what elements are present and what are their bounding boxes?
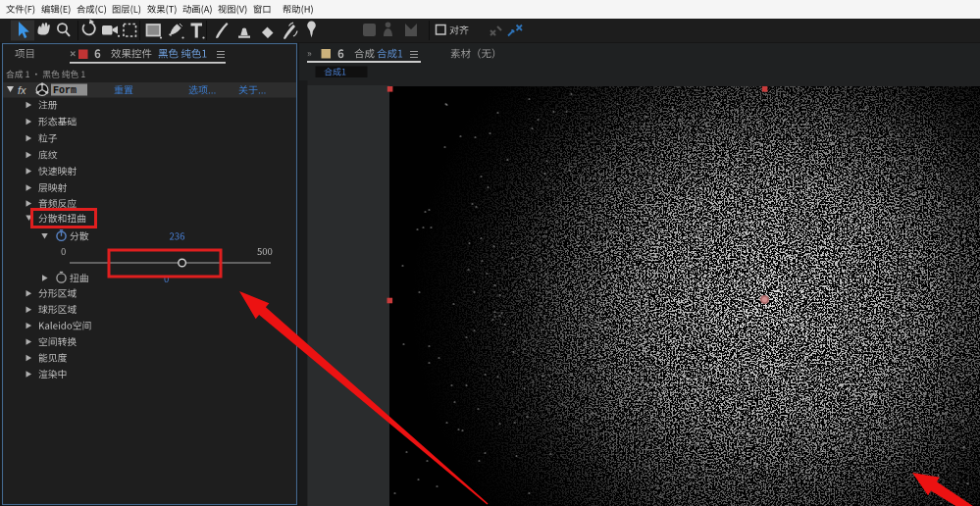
svg-text:fx: fx <box>18 84 26 96</box>
svg-text:Form: Form <box>53 85 77 96</box>
